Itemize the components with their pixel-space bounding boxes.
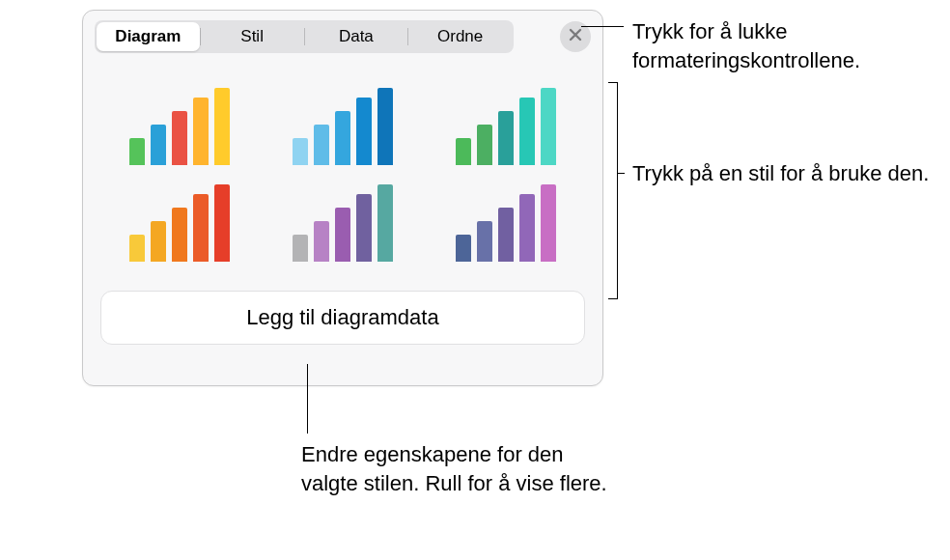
tab-stil[interactable]: Stil [201, 22, 304, 51]
chart-style-1[interactable] [112, 88, 246, 165]
style-bar [498, 111, 514, 165]
style-bar [519, 98, 535, 165]
style-bar [356, 98, 372, 165]
format-panel: Diagram Stil Data Ordne Legg til diagram… [82, 10, 603, 386]
chart-style-6[interactable] [439, 184, 573, 262]
style-bar [172, 111, 187, 165]
button-label: Legg til diagramdata [246, 305, 438, 330]
callout-leader [617, 173, 625, 174]
style-bar [129, 235, 145, 262]
style-bar [335, 111, 350, 165]
style-bar [519, 194, 535, 262]
style-bar [477, 125, 492, 165]
tab-ordne[interactable]: Ordne [408, 22, 512, 51]
tab-data[interactable]: Data [305, 22, 408, 51]
chart-styles-grid [83, 59, 602, 277]
callout-leader [307, 364, 308, 434]
style-bar [377, 88, 393, 165]
style-bar [193, 194, 209, 262]
style-bar [335, 208, 350, 262]
segmented-control: Diagram Stil Data Ordne [95, 20, 514, 53]
style-bar [214, 88, 230, 165]
tab-label: Data [339, 27, 374, 46]
style-bar [356, 194, 372, 262]
style-bar [541, 184, 556, 262]
chart-style-3[interactable] [439, 88, 573, 165]
style-bar [172, 208, 187, 262]
style-bar [314, 125, 329, 165]
style-bar [477, 221, 492, 262]
style-bar [214, 184, 230, 262]
style-bar [151, 125, 166, 165]
tab-label: Diagram [115, 27, 181, 46]
callout-bracket [608, 82, 618, 299]
add-chart-data-button[interactable]: Legg til diagramdata [100, 291, 585, 345]
chart-style-4[interactable] [112, 184, 246, 262]
chart-style-2[interactable] [275, 88, 409, 165]
style-bar [498, 208, 514, 262]
style-bar [541, 88, 556, 165]
style-bar [129, 138, 145, 165]
callout-bottom: Endre egenskapene for den valgte stilen.… [301, 440, 620, 497]
style-bar [456, 235, 471, 262]
tab-label: Stil [240, 27, 264, 46]
tab-diagram[interactable]: Diagram [97, 22, 200, 51]
style-bar [151, 221, 166, 262]
style-bar [293, 138, 308, 165]
style-bar [314, 221, 329, 262]
callout-close: Trykk for å lukke formateringskontrollen… [632, 17, 941, 74]
style-bar [456, 138, 471, 165]
style-bar [193, 98, 209, 165]
callout-leader [581, 26, 624, 27]
style-bar [377, 184, 393, 262]
style-bar [293, 235, 308, 262]
callout-styles: Trykk på en stil for å bruke den. [632, 159, 941, 188]
chart-style-5[interactable] [275, 184, 409, 262]
tab-label: Ordne [437, 27, 483, 46]
tabbar: Diagram Stil Data Ordne [83, 11, 602, 59]
close-icon [569, 28, 582, 45]
